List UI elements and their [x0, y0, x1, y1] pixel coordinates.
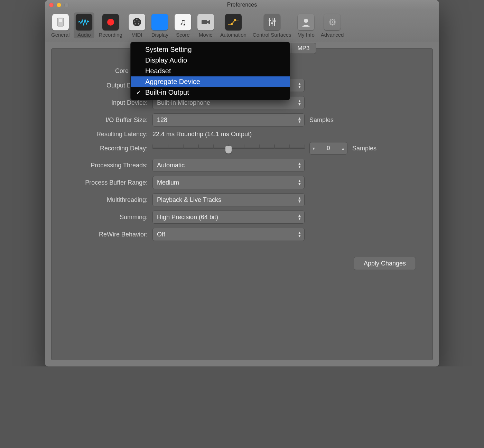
window-title: Preferences [45, 2, 439, 8]
io-buffer-suffix: Samples [309, 116, 334, 124]
slider-thumb[interactable] [225, 146, 232, 153]
popup-item[interactable]: Aggregate Device [131, 76, 290, 87]
display-icon [151, 14, 168, 30]
svg-rect-1 [59, 19, 62, 22]
toolbar-item-general[interactable]: General [49, 12, 72, 38]
recording-delay-stepper[interactable]: ▾ 0 ▴ [309, 142, 347, 155]
summing-select[interactable]: High Precision (64 bit) ▲▼ [152, 211, 305, 224]
camera-icon [197, 14, 214, 30]
recording-delay-value: 0 [327, 145, 330, 152]
chevron-updown-icon: ▲▼ [298, 197, 301, 203]
multithreading-select[interactable]: Playback & Live Tracks ▲▼ [152, 193, 305, 206]
zoom-icon[interactable] [64, 3, 69, 7]
preferences-window: Preferences General Audio Recording MIDI… [45, 0, 439, 366]
toolbar-item-movie[interactable]: Movie [195, 12, 216, 38]
subtab-mp3[interactable]: MP3 [291, 43, 316, 54]
rewire-select[interactable]: Off ▲▼ [152, 228, 305, 241]
popup-item[interactable]: ✓Built-in Output [131, 87, 290, 98]
svg-rect-16 [269, 20, 271, 21]
io-buffer-select[interactable]: 128 ▲▼ [152, 113, 305, 127]
processing-threads-select[interactable]: Automatic ▲▼ [152, 159, 305, 172]
popup-item-label: Built-in Output [145, 88, 189, 96]
close-icon[interactable] [49, 3, 54, 7]
window-controls [49, 3, 69, 7]
chevron-updown-icon: ▲▼ [298, 179, 301, 186]
popup-item[interactable]: Headset [131, 66, 290, 76]
multithreading-label: Multithreading: [61, 196, 148, 204]
slider-tick [305, 144, 305, 149]
user-icon [298, 14, 314, 30]
summing-value: High Precision (64 bit) [157, 214, 218, 221]
svg-rect-18 [273, 20, 276, 22]
svg-point-12 [234, 19, 236, 21]
checkmark-icon: ✓ [136, 89, 142, 96]
toolbar-item-display[interactable]: Display [149, 12, 170, 38]
chevron-updown-icon: ▲▼ [298, 117, 301, 123]
row-recording-delay: Recording Delay: ▾ 0 ▴ Samples [61, 142, 423, 155]
slider-tick [289, 144, 290, 149]
music-note-icon: ♫ [175, 14, 191, 30]
toolbar-item-recording[interactable]: Recording [96, 12, 124, 38]
row-multithreading: Multithreading: Playback & Live Tracks ▲… [61, 193, 423, 206]
chevron-updown-icon: ▲▼ [298, 231, 301, 237]
svg-point-7 [134, 24, 136, 25]
popup-item[interactable]: Display Audio [131, 55, 290, 66]
processing-threads-label: Processing Threads: [61, 162, 148, 169]
process-buffer-range-select[interactable]: Medium ▲▼ [152, 176, 305, 189]
popup-item[interactable]: System Setting [131, 44, 290, 55]
chevron-updown-icon: ▲▼ [298, 82, 301, 88]
faders-icon [264, 14, 280, 30]
record-icon [102, 14, 119, 30]
switch-icon [52, 14, 69, 30]
toolbar-item-control-surfaces[interactable]: Control Surfaces [251, 12, 294, 38]
toolbar-item-my-info[interactable]: My Info [296, 12, 317, 38]
recording-delay-slider[interactable] [152, 143, 305, 153]
row-io-buffer: I/O Buffer Size: 128 ▲▼ Samples [61, 113, 423, 127]
svg-rect-9 [202, 20, 207, 24]
svg-point-6 [138, 21, 139, 22]
toolbar-item-score[interactable]: ♫ Score [173, 12, 193, 38]
process-buffer-range-value: Medium [157, 179, 179, 186]
automation-icon [225, 14, 242, 30]
chevron-up-icon[interactable]: ▴ [342, 146, 344, 151]
slider-tick [244, 144, 244, 149]
toolbar-label: Control Surfaces [253, 32, 291, 38]
svg-point-4 [136, 19, 137, 20]
io-buffer-label: I/O Buffer Size: [61, 116, 148, 124]
toolbar-item-automation[interactable]: Automation [218, 12, 249, 38]
slider-tick [198, 144, 199, 149]
toolbar-item-advanced[interactable]: ⚙ Advanced [319, 12, 346, 38]
slider-tick [183, 144, 184, 149]
io-buffer-value: 128 [157, 116, 167, 124]
summing-label: Summing: [61, 214, 148, 221]
toolbar-item-audio[interactable]: Audio [74, 12, 94, 38]
toolbar-label: General [51, 32, 69, 38]
toolbar-label: Audio [77, 32, 91, 38]
slider-tick [274, 144, 275, 149]
recording-delay-label: Recording Delay: [61, 145, 148, 152]
chevron-updown-icon: ▲▼ [298, 214, 301, 220]
output-device-popup[interactable]: System SettingDisplay AudioHeadsetAggreg… [131, 42, 290, 100]
svg-rect-17 [271, 22, 273, 24]
chevron-updown-icon: ▲▼ [298, 100, 301, 106]
popup-item-label: Display Audio [145, 56, 187, 64]
input-device-value: Built-in Microphone [157, 99, 210, 106]
input-device-label: Input Device: [61, 99, 148, 106]
popup-item-label: System Setting [145, 46, 192, 54]
titlebar: Preferences [45, 0, 439, 10]
toolbar-label: Movie [199, 32, 213, 38]
slider-tick [259, 144, 260, 149]
gear-icon: ⚙ [324, 14, 341, 30]
minimize-icon[interactable] [57, 3, 61, 7]
chevron-down-icon[interactable]: ▾ [313, 146, 315, 151]
toolbar-label: Automation [220, 32, 246, 38]
svg-point-2 [107, 19, 114, 26]
svg-point-11 [231, 23, 233, 25]
apply-changes-button[interactable]: Apply Changes [354, 257, 416, 270]
row-processing-threads: Processing Threads: Automatic ▲▼ [61, 159, 423, 172]
rewire-value: Off [157, 231, 165, 238]
popup-item-label: Aggregate Device [145, 78, 200, 86]
toolbar-label: Score [176, 32, 189, 38]
toolbar-item-midi[interactable]: MIDI [127, 12, 147, 38]
toolbar-label: Display [151, 32, 168, 38]
